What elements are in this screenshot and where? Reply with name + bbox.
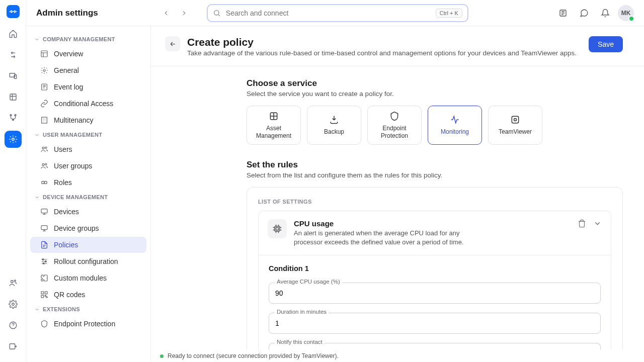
sidebar-item-label: Custom modules (54, 274, 107, 282)
link-icon (40, 100, 48, 108)
duration-label: Duration in minutes (275, 309, 329, 315)
search-icon (213, 9, 221, 17)
content-back-button[interactable] (165, 36, 180, 51)
icon-rail (0, 0, 26, 362)
rail-settings-icon[interactable] (5, 296, 22, 313)
sidebar-item-label: Multitenancy (54, 116, 94, 124)
sidebar-item-device-groups[interactable]: Device groups (30, 220, 146, 236)
search-input[interactable] (226, 9, 431, 17)
sidebar-item-users[interactable]: Users (30, 141, 146, 157)
svg-point-26 (42, 259, 44, 260)
sidebar-item-roles[interactable]: Roles (30, 174, 146, 191)
nav-back-button[interactable] (158, 6, 174, 21)
sidebar-group-label: USER MANAGEMENT (43, 132, 102, 138)
sidebar-item-label: Event log (54, 83, 83, 91)
save-button[interactable]: Save (589, 36, 623, 52)
sidebar-item-label: Device groups (54, 224, 99, 232)
svg-point-7 (11, 281, 13, 283)
service-icon (450, 115, 460, 125)
svg-point-6 (12, 138, 14, 141)
sidebar-item-multitenancy[interactable]: Multitenancy (30, 112, 146, 128)
rail-workflows-icon[interactable] (5, 110, 22, 127)
sliders-icon (40, 257, 48, 265)
note-icon (40, 83, 48, 91)
sidebar-item-qr-codes[interactable]: QR codes (30, 287, 146, 303)
rail-help-icon[interactable] (5, 317, 22, 334)
service-label: TeamViewer (499, 128, 532, 135)
svg-rect-35 (275, 226, 280, 231)
sidebar-item-endpoint-protection[interactable]: Endpoint Protection (30, 316, 146, 332)
condition-title: Condition 1 (269, 264, 601, 273)
svg-point-19 (45, 147, 47, 148)
sidebar-group-header[interactable]: USER MANAGEMENT (30, 129, 146, 141)
service-label: Asset Management (250, 125, 297, 139)
collapse-rule-button[interactable] (593, 219, 602, 228)
sidebar-group-header[interactable]: EXTENSIONS (30, 303, 146, 315)
sidebar-item-custom-modules[interactable]: Custom modules (30, 270, 146, 286)
sidebar-item-user-groups[interactable]: User groups (30, 158, 146, 174)
sidebar-item-devices[interactable]: Devices (30, 204, 146, 220)
status-text: Ready to connect (secure connection prov… (168, 352, 339, 359)
rail-home-icon[interactable] (5, 25, 22, 42)
service-card-monitoring[interactable]: Monitoring (428, 106, 482, 145)
chevron-down-icon (34, 195, 40, 200)
chevron-down-icon (34, 37, 40, 42)
sidebar-item-conditional-access[interactable]: Conditional Access (30, 96, 146, 112)
news-button[interactable] (554, 5, 572, 22)
duration-input[interactable] (269, 313, 601, 334)
sidebar: COMPANY MANAGEMENTOverviewGeneralEvent l… (26, 26, 151, 362)
rail-exit-icon[interactable] (5, 338, 22, 355)
choose-service-subtitle: Select the service you want to create a … (247, 90, 623, 98)
notifications-button[interactable] (597, 5, 614, 22)
search-box[interactable]: Ctrl + K (207, 4, 468, 22)
svg-point-9 (12, 303, 14, 306)
set-rules-title: Set the rules (247, 160, 623, 170)
sidebar-item-policies[interactable]: Policies (30, 237, 146, 253)
svg-rect-29 (41, 292, 44, 294)
sidebar-item-general[interactable]: General (30, 62, 146, 78)
svg-rect-25 (41, 226, 47, 230)
list-of-settings-label: LIST OF SETTINGS (258, 199, 611, 205)
svg-rect-36 (276, 228, 279, 230)
rail-assets-icon[interactable] (5, 88, 22, 106)
shield-icon (40, 320, 48, 328)
service-card-asset-management[interactable]: Asset Management (247, 106, 301, 145)
avatar[interactable]: MK (618, 5, 634, 21)
content: Create policy Take advantage of the vari… (151, 26, 644, 362)
rail-devices-icon[interactable] (5, 67, 22, 84)
chat-button[interactable] (576, 5, 593, 22)
service-icon (389, 111, 399, 121)
sidebar-item-overview[interactable]: Overview (30, 46, 146, 62)
svg-point-34 (514, 119, 517, 121)
svg-rect-24 (41, 209, 47, 213)
nav-forward-button[interactable] (177, 6, 192, 21)
sidebar-group-header[interactable]: DEVICE MANAGEMENT (30, 191, 146, 203)
svg-point-21 (45, 163, 47, 165)
statusbar: Ready to connect (secure connection prov… (151, 350, 644, 362)
sidebar-item-event-log[interactable]: Event log (30, 79, 146, 95)
cpu-usage-input[interactable] (269, 283, 601, 304)
rail-connections-icon[interactable] (5, 46, 22, 63)
qr-icon (40, 291, 48, 299)
svg-rect-33 (512, 117, 518, 123)
svg-point-18 (42, 147, 44, 149)
cpu-icon (268, 219, 287, 238)
circles-icon (40, 178, 48, 187)
sidebar-item-label: Users (54, 145, 72, 153)
svg-point-12 (214, 10, 218, 15)
rail-contacts-icon[interactable] (5, 275, 22, 292)
service-card-teamviewer[interactable]: TeamViewer (488, 106, 542, 145)
service-icon (510, 115, 520, 125)
sidebar-group-header[interactable]: COMPANY MANAGEMENT (30, 33, 146, 45)
sidebar-item-rollout-configuration[interactable]: Rollout configuration (30, 253, 146, 269)
chevron-down-icon (34, 132, 40, 138)
service-card-backup[interactable]: Backup (307, 106, 361, 145)
svg-point-23 (44, 181, 47, 184)
service-card-endpoint-protection[interactable]: Endpoint Protection (367, 106, 422, 145)
search-shortcut: Ctrl + K (436, 9, 462, 18)
rail-admin-icon[interactable] (5, 131, 22, 148)
users-icon (40, 145, 48, 153)
delete-rule-button[interactable] (578, 219, 586, 228)
service-label: Endpoint Protection (371, 125, 418, 139)
sidebar-item-label: Roles (54, 178, 72, 187)
